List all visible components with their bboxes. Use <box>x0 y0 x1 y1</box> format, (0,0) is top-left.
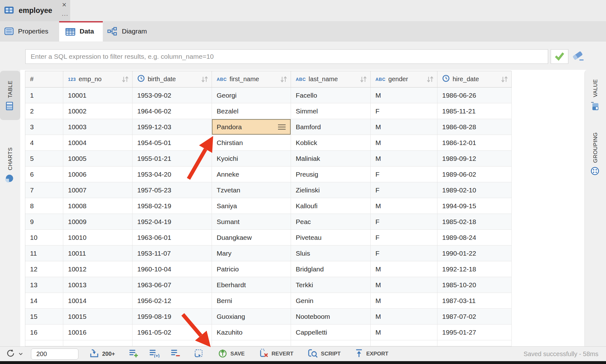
cell-last_name[interactable]: Preusig <box>291 167 371 182</box>
generate-mock-data-button[interactable] <box>194 349 204 360</box>
sort-toggle-icon[interactable] <box>500 76 509 83</box>
cell-hire_date[interactable]: 1986-06-26 <box>437 88 512 103</box>
sort-toggle-icon[interactable] <box>279 76 288 83</box>
cell-first_name[interactable]: Bezalel <box>212 103 291 119</box>
row-number[interactable]: 6 <box>25 167 63 182</box>
row-number[interactable]: 13 <box>25 277 63 293</box>
cell-first_name[interactable]: Chirstian <box>212 135 291 151</box>
row-number[interactable]: 16 <box>25 325 63 340</box>
cell-first_name[interactable]: Berni <box>212 293 291 309</box>
add-row-button[interactable] <box>129 349 139 359</box>
row-number[interactable]: 4 <box>25 135 63 151</box>
cell-birth_date[interactable]: 1961-05-02 <box>133 325 212 340</box>
revert-button[interactable]: REVERT <box>259 349 294 360</box>
cell-emp_no[interactable]: 10003 <box>63 119 133 135</box>
cell-first_name[interactable]: Saniya <box>212 198 291 214</box>
cell-birth_date[interactable]: 1957-05-23 <box>133 182 212 198</box>
cell-hire_date[interactable]: 1985-10-20 <box>437 277 512 293</box>
cell-last_name[interactable]: Sluis <box>291 246 371 261</box>
column-header-rownum[interactable]: # <box>25 71 63 88</box>
cell-gender[interactable]: M <box>371 88 437 103</box>
cell-emp_no[interactable]: 10004 <box>63 135 133 151</box>
cell-birth_date[interactable]: 1953-11-07 <box>133 246 212 261</box>
cell-emp_no[interactable]: 10005 <box>63 151 133 167</box>
cell-hire_date[interactable]: 1990-01-22 <box>437 246 512 261</box>
inline-edit-menu-icon[interactable] <box>277 124 286 130</box>
cell-birth_date[interactable]: 1952-04-19 <box>133 214 212 230</box>
cell-first_name[interactable]: Sumant <box>212 214 291 230</box>
cell-hire_date[interactable]: 1995-01-27 <box>437 325 512 340</box>
column-header-emp_no[interactable]: 123emp_no <box>63 71 133 88</box>
cell-gender[interactable]: M <box>371 151 437 167</box>
row-number[interactable]: 2 <box>25 103 63 119</box>
cell-gender[interactable]: F <box>371 214 437 230</box>
cell-first_name[interactable]: Tzvetan <box>212 182 291 198</box>
cell-gender[interactable]: F <box>371 167 437 182</box>
cell-hire_date[interactable]: 1992-12-18 <box>437 261 512 277</box>
tab-overflow-icon[interactable]: … <box>61 9 69 18</box>
cell-last_name[interactable]: Bridgland <box>291 261 371 277</box>
cell-gender[interactable]: F <box>371 103 437 119</box>
cell-birth_date[interactable]: 1953-09-02 <box>133 88 212 103</box>
tab-diagram[interactable]: Diagram <box>103 21 158 41</box>
cell-hire_date[interactable]: 1987-07-02 <box>437 309 512 325</box>
sql-filter-input[interactable] <box>25 49 548 64</box>
cell-gender[interactable]: M <box>371 135 437 151</box>
cell-emp_no[interactable]: 10016 <box>63 325 133 340</box>
save-button[interactable]: SAVE <box>218 348 245 360</box>
cell-emp_no[interactable]: 10015 <box>63 309 133 325</box>
row-number[interactable]: 3 <box>25 119 63 135</box>
cell-hire_date[interactable]: 1986-12-01 <box>437 135 512 151</box>
cell-birth_date[interactable]: 1963-06-07 <box>133 277 212 293</box>
sort-toggle-icon[interactable] <box>426 76 435 83</box>
apply-filter-button[interactable] <box>551 49 568 64</box>
row-number[interactable]: 11 <box>25 246 63 261</box>
cell-birth_date[interactable]: 1955-01-21 <box>133 151 212 167</box>
cell-first_name[interactable]: Eberhardt <box>212 277 291 293</box>
sort-toggle-icon[interactable] <box>121 76 130 83</box>
cell-last_name[interactable]: Terkki <box>291 277 371 293</box>
cell-hire_date[interactable]: 1989-02-10 <box>437 182 512 198</box>
column-header-first_name[interactable]: ABCfirst_name <box>212 71 291 88</box>
row-number[interactable]: 5 <box>25 151 63 167</box>
cell-gender[interactable]: F <box>371 230 437 246</box>
export-button[interactable]: EXPORT <box>355 349 388 360</box>
column-header-hire_date[interactable]: hire_date <box>437 71 512 88</box>
cell-emp_no[interactable]: 10013 <box>63 277 133 293</box>
cell-emp_no[interactable]: 10008 <box>63 198 133 214</box>
cell-gender[interactable]: M <box>371 325 437 340</box>
cell-birth_date[interactable]: 1953-04-20 <box>133 167 212 182</box>
cell-gender[interactable]: M <box>371 293 437 309</box>
cell-first_name[interactable]: Guoxiang <box>212 309 291 325</box>
row-number[interactable]: 15 <box>25 309 63 325</box>
cell-birth_date[interactable]: 1959-12-03 <box>133 119 212 135</box>
sort-toggle-icon[interactable] <box>359 76 368 83</box>
cell-birth_date[interactable]: 1963-06-01 <box>133 230 212 246</box>
cell-emp_no[interactable]: 10011 <box>63 246 133 261</box>
cell-hire_date[interactable]: 1987-03-11 <box>437 293 512 309</box>
cell-gender[interactable]: M <box>371 261 437 277</box>
cell-last_name[interactable]: Kalloufi <box>291 198 371 214</box>
cell-last_name[interactable]: Nooteboom <box>291 309 371 325</box>
cell-emp_no[interactable]: 10012 <box>63 261 133 277</box>
cell-hire_date[interactable]: 1994-09-15 <box>437 198 512 214</box>
row-number[interactable]: 8 <box>25 198 63 214</box>
cell-birth_date[interactable]: 1964-06-02 <box>133 103 212 119</box>
cell-last_name[interactable]: Genin <box>291 293 371 309</box>
cell-hire_date[interactable]: 1985-02-18 <box>437 214 512 230</box>
cell-last_name[interactable]: Facello <box>291 88 371 103</box>
cell-emp_no[interactable]: 10009 <box>63 214 133 230</box>
column-header-gender[interactable]: ABCgender <box>371 71 437 88</box>
close-tab-icon[interactable]: × <box>62 1 66 9</box>
sort-toggle-icon[interactable] <box>200 76 209 83</box>
cell-first_name[interactable]: Mary <box>212 246 291 261</box>
cell-emp_no[interactable]: 10006 <box>63 167 133 182</box>
selected-cell[interactable]: Pandora <box>212 119 291 135</box>
cell-hire_date[interactable]: 1986-08-28 <box>437 119 512 135</box>
tab-properties[interactable]: Properties <box>0 21 59 41</box>
column-header-last_name[interactable]: ABClast_name <box>291 71 371 88</box>
cell-birth_date[interactable]: 1954-05-01 <box>133 135 212 151</box>
cell-gender[interactable]: M <box>371 119 437 135</box>
clear-filter-button[interactable] <box>571 51 585 63</box>
row-number[interactable]: 9 <box>25 214 63 230</box>
